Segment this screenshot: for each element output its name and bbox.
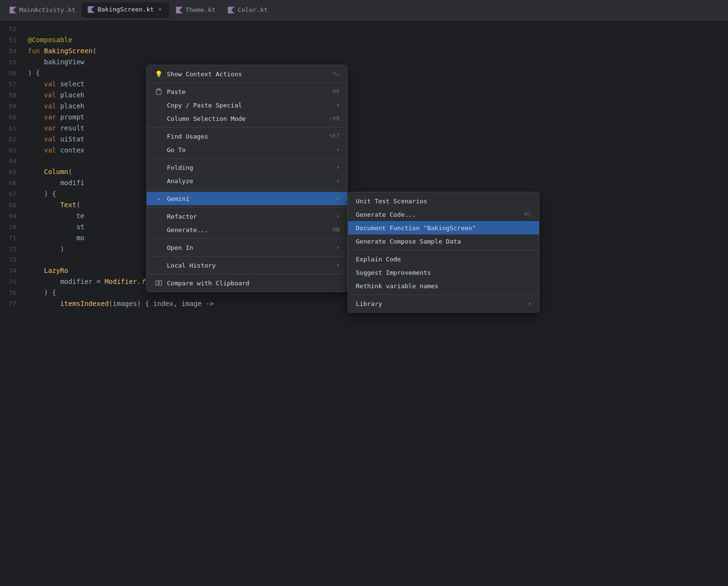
lightbulb-icon: 💡 xyxy=(154,70,163,78)
submenu-rethink-variable[interactable]: Rethink variable names xyxy=(348,279,539,293)
arrow-icon: › xyxy=(336,213,340,220)
submenu-label: Rethink variable names xyxy=(356,282,438,290)
menu-folding[interactable]: Folding › xyxy=(147,161,347,174)
submenu-suggest-improvements[interactable]: Suggest Improvements xyxy=(348,266,539,279)
menu-label: Open In xyxy=(167,244,193,251)
svg-marker-2 xyxy=(176,7,183,13)
code-line-55: 55 bakingView xyxy=(0,57,728,68)
tab-main-activity[interactable]: MainActivity.kt xyxy=(4,2,81,18)
menu-gemini[interactable]: ✦ Gemini › xyxy=(147,192,347,205)
arrow-icon: › xyxy=(336,244,340,251)
menu-shortcut: ⌘N xyxy=(333,226,340,233)
code-line-61: 61 var result f(placeholderResult) } xyxy=(0,123,728,134)
submenu-unit-test[interactable]: Unit Test Scenarios xyxy=(348,194,539,208)
code-line-62: 62 val uiStat AsState() xyxy=(0,134,728,145)
menu-shortcut: ⌥F7 xyxy=(329,133,340,140)
tab-label: Color.kt xyxy=(237,6,268,13)
menu-column-selection[interactable]: Column Selection Mode ⇧⌘8 xyxy=(147,112,347,125)
editor-area: MainActivity.kt BakingScreen.kt ✕ Theme.… xyxy=(0,0,728,586)
menu-show-context-actions[interactable]: 💡 Show Context Actions ⌥↵ xyxy=(147,67,347,81)
submenu-library[interactable]: Library › xyxy=(348,297,539,310)
arrow-icon: › xyxy=(336,102,340,108)
menu-label: Gemini xyxy=(167,195,189,202)
code-line-59: 59 val placeh g.results_placeholder) xyxy=(0,101,728,112)
svg-rect-7 xyxy=(159,281,162,285)
arrow-icon: › xyxy=(336,195,340,202)
menu-separator xyxy=(147,207,347,208)
tab-label: Theme.kt xyxy=(186,6,216,13)
menu-find-usages[interactable]: Find Usages ⌥F7 xyxy=(147,129,347,143)
menu-generate[interactable]: Generate... ⌘N xyxy=(147,223,347,236)
kotlin-icon xyxy=(88,6,94,13)
submenu-explain-code[interactable]: Explain Code xyxy=(348,252,539,266)
menu-compare-clipboard[interactable]: Compare with Clipboard xyxy=(147,276,347,290)
menu-label: Refactor xyxy=(167,213,197,220)
menu-local-history[interactable]: Local History › xyxy=(147,258,347,272)
code-line-57: 57 val select Of( value: 0 ) } xyxy=(0,79,728,90)
code-line-54: 54 fun BakingScreen( xyxy=(0,46,728,57)
clipboard-icon xyxy=(154,88,163,95)
menu-refactor[interactable]: Refactor › xyxy=(147,210,347,223)
menu-label: Folding xyxy=(167,164,193,171)
code-line-58: 58 val placeh tableStateOf( value: "Prov… xyxy=(0,90,728,101)
submenu-label: Library xyxy=(356,300,382,307)
submenu-label: Document Function "BakingScreen" xyxy=(356,224,476,232)
arrow-icon: › xyxy=(336,164,340,171)
menu-analyze[interactable]: Analyze › xyxy=(147,174,347,188)
menu-label: Go To xyxy=(167,146,186,153)
menu-label: Column Selection Mode xyxy=(167,115,246,122)
tab-label: BakingScreen.kt xyxy=(97,6,153,13)
svg-marker-3 xyxy=(228,7,235,13)
submenu-label: Suggest Improvements xyxy=(356,269,431,276)
menu-label: Copy / Paste Special xyxy=(167,102,242,109)
menu-shortcut: ⌥↵ xyxy=(333,70,340,77)
gemini-submenu: Unit Test Scenarios Generate Code... ⌘\ … xyxy=(348,192,540,313)
menu-separator xyxy=(147,274,347,274)
menu-separator xyxy=(147,158,347,159)
menu-label: Find Usages xyxy=(167,133,208,140)
context-menu: 💡 Show Context Actions ⌥↵ Paste ⌘V Copy … xyxy=(146,65,348,292)
submenu-document-function[interactable]: Document Function "BakingScreen" xyxy=(348,221,539,234)
arrow-icon: › xyxy=(528,300,531,307)
menu-go-to[interactable]: Go To › xyxy=(147,143,347,156)
code-line-52: 52 xyxy=(0,24,728,35)
submenu-separator xyxy=(348,294,539,295)
diff-icon xyxy=(154,280,163,286)
gemini-star-icon: ✦ xyxy=(154,195,163,202)
svg-rect-6 xyxy=(156,281,158,285)
menu-shortcut: ⌘V xyxy=(333,88,340,95)
tab-theme[interactable]: Theme.kt xyxy=(170,2,222,18)
arrow-icon: › xyxy=(336,177,340,184)
tab-label: MainActivity.kt xyxy=(19,6,75,13)
menu-separator xyxy=(147,127,347,128)
menu-open-in[interactable]: Open In › xyxy=(147,241,347,254)
kotlin-icon xyxy=(228,7,235,13)
submenu-generate-code[interactable]: Generate Code... ⌘\ xyxy=(348,208,539,221)
menu-separator xyxy=(147,82,347,83)
tab-color[interactable]: Color.kt xyxy=(222,2,273,18)
menu-separator xyxy=(147,189,347,190)
menu-label: Compare with Clipboard xyxy=(167,280,249,287)
submenu-generate-compose[interactable]: Generate Compose Sample Data xyxy=(348,234,539,248)
tab-close-button[interactable]: ✕ xyxy=(157,6,164,13)
svg-marker-0 xyxy=(10,7,16,13)
code-line-66: 66 modifi xyxy=(0,177,728,188)
menu-label: Analyze xyxy=(167,177,193,185)
code-line-56: 56 ) { xyxy=(0,68,728,79)
menu-label: Show Context Actions xyxy=(167,70,242,78)
svg-marker-1 xyxy=(88,6,94,13)
menu-shortcut: ⇧⌘8 xyxy=(329,115,340,122)
code-line-60: 60 var prompt f(placeholderPrompt) } xyxy=(0,112,728,123)
menu-label: Paste xyxy=(167,88,186,95)
menu-separator xyxy=(147,256,347,257)
menu-label: Local History xyxy=(167,262,216,269)
menu-paste[interactable]: Paste ⌘V xyxy=(147,85,347,98)
code-line-53: 53 @Composable xyxy=(0,35,728,46)
menu-copy-paste-special[interactable]: Copy / Paste Special › xyxy=(147,98,347,112)
submenu-shortcut: ⌘\ xyxy=(525,211,531,218)
tab-bar: MainActivity.kt BakingScreen.kt ✕ Theme.… xyxy=(0,0,728,20)
arrow-icon: › xyxy=(336,146,340,153)
code-line-65: 65 Column( xyxy=(0,166,728,177)
tab-baking-screen[interactable]: BakingScreen.kt ✕ xyxy=(82,2,169,18)
kotlin-icon xyxy=(10,7,16,13)
